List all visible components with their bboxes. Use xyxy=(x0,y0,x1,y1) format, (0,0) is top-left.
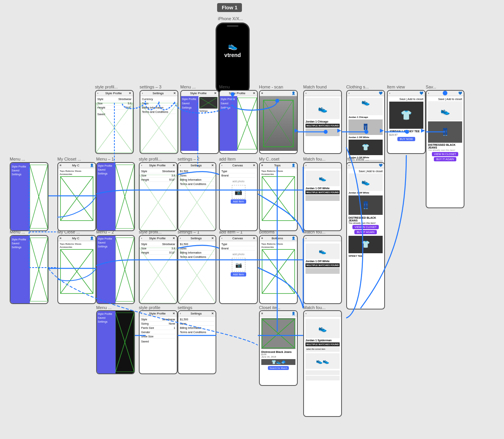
screen-my-closet-ll: ≡My C👤 TopsBottomsShoesAccessories xyxy=(57,235,96,304)
screen-my-closet2: ≡Tops👤 TopsBottomsShoesAccessories xyxy=(259,162,298,231)
buy-now-btn[interactable]: BUY NOW xyxy=(397,137,415,141)
add-item-btn2[interactable]: Add Item xyxy=(231,272,246,277)
screen-menu1: Style Profile Saved Settings xyxy=(96,162,135,231)
screen-settings2: ‹Settings✕ $1,500 Sizes Billing Informat… xyxy=(178,162,216,231)
label-menu-top: Menu ... xyxy=(180,85,196,89)
label-my-closet2: My C..oset xyxy=(259,157,280,161)
screen-closet-item: ≡👤 Distressed Black Jeans $105 June 16, … xyxy=(259,310,298,386)
label-my-closet-ll: My Close ... xyxy=(57,230,80,234)
splash-screen: 👟 vtrend xyxy=(216,22,250,94)
connector-dot-2 xyxy=(276,99,279,102)
label-settings1: settings – 1 xyxy=(178,230,199,234)
label-match-found-top: Match found xyxy=(303,85,327,89)
label-match-you-bot: Match fou... xyxy=(303,305,325,310)
screen-add-item-1: ‹Canvas✕ Type Brand add photo 📷 Add Item xyxy=(219,235,258,304)
screen-header: ‹ xyxy=(304,91,341,96)
label-match-you-ll: Match fou... xyxy=(303,230,325,234)
screen-settings3: ‹Settings✕ Currency Sizes Billing Inform… xyxy=(140,90,178,154)
label-settings2: settings – 2 xyxy=(178,157,199,161)
screen-header: ≡👤 xyxy=(260,91,297,96)
screen-header: ≡Tops👤 xyxy=(260,163,297,168)
screen-style-prof-top: ‹Style Profile✕ StyleStreetwear Size3.8 … xyxy=(95,90,134,154)
search-for-match-btn[interactable]: Search for Match xyxy=(268,366,289,370)
screen-header: ‹Settings✕ xyxy=(140,91,178,96)
screen-match-you-mid: ‹ 👟 Jordan 1 Off White MULTIPLE MATCHES … xyxy=(303,162,342,231)
buy-it-again-btn[interactable]: BUY IT AGAIN xyxy=(434,157,456,161)
screen-bottoms: ≡Bottoms👤 TopsBottomsShoesAccessories xyxy=(259,235,298,304)
screen-match-you-ll: ‹ 👟 Jordan 1 Off White MULTIPLE MATCHES … xyxy=(303,235,342,304)
screen-header: ‹💙 xyxy=(388,91,425,96)
label-style-prof-top: style profil... xyxy=(95,85,118,89)
screen-header: Style Profile✕ xyxy=(181,91,218,96)
screen-match-found-top: ‹ 👟 Jordan 1 Chicago MULTIPLE MATCHES FO… xyxy=(303,90,342,154)
screen-header: ≡👤 xyxy=(260,311,297,316)
label-menu-ll: Menu ... xyxy=(10,230,25,234)
screen-style-prof-bot: ‹Style Profile✕ StyleStreetwear SizingNo… xyxy=(139,310,178,374)
screen-header: ‹Style Profile✕ xyxy=(96,91,133,96)
label-menu-bot: Menu ... xyxy=(96,305,112,310)
screen-header: ‹ xyxy=(304,236,341,241)
label-style-prof-bot: style profile xyxy=(139,305,161,310)
screen-header: ‹Settings✕ xyxy=(178,311,216,316)
label-menu2-top: Menu xyxy=(219,85,230,89)
label-item-view-mid: Item view ... xyxy=(346,157,369,161)
screen-header: ≡Bottoms👤 xyxy=(260,236,297,241)
screen-match-you-bot: ‹ 👟 Jordan 1 Spiderman MULTIPLE MATCHES … xyxy=(303,310,342,417)
screen-add-item: ‹Canvas✕ Type Brand add photo 📷 Add Item xyxy=(219,162,258,231)
label-my-closet-top: My Closet ... xyxy=(57,157,81,161)
screen-header: ‹Settings✕ xyxy=(178,163,216,168)
screen-header: ‹ xyxy=(304,311,341,316)
label-closet-item: Closet ite... xyxy=(259,305,280,310)
screen-menu-top: Style Profile✕ Style Profile Saved Setti… xyxy=(180,90,219,154)
view-in-closet-btn[interactable]: VIEW IN CLOSET xyxy=(432,152,459,156)
flow-title: Flow 1 xyxy=(217,3,242,12)
screen-header: ‹Canvas✕ xyxy=(220,163,257,168)
device-label: iPhone X/X... xyxy=(218,16,243,21)
screen-style-prof-mid: ‹Style Profile✕ StyleStreetwear Size3.8 … xyxy=(139,162,178,231)
screen-sav: ‹💙 Save | Add to closet 👟 👖 DISTRESSED B… xyxy=(426,90,464,208)
screen-menu2-top: Style Profile✕ Style Profile Saved Setti… xyxy=(219,90,258,154)
label-home-scan: Home - scan xyxy=(259,85,283,89)
screen-header: ‹💙 xyxy=(347,163,384,168)
screen-style-prof-ll: ‹Style Profile✕ StyleStreetwear Size3.8 … xyxy=(139,235,178,304)
add-item-btn[interactable]: Add Item xyxy=(231,199,246,204)
label-sav: Sav... xyxy=(426,85,436,89)
connector-dot-1 xyxy=(231,92,234,95)
screen-menu2: Style Profile Saved Settings xyxy=(96,235,135,304)
screen-header: ‹Settings✕ xyxy=(178,236,216,241)
screen-header: ≡My C👤 xyxy=(58,236,95,241)
vtrend-logo: 👟 vtrend xyxy=(217,41,249,58)
connector-dot-3 xyxy=(324,130,327,133)
connector-dot-6 xyxy=(444,91,447,94)
label-match-you-mid: Match fou... xyxy=(303,157,325,161)
screen-header: ‹Style Profile✕ xyxy=(140,236,177,241)
screen-header: ‹Style Profile✕ xyxy=(140,311,177,316)
screen-menu-ll: Style Profile Saved Settings xyxy=(10,235,48,304)
label-menu1: Menu – 1 xyxy=(96,157,114,161)
label-settings3: settings – 3 xyxy=(140,85,161,89)
screen-my-closet-top: ≡My C👤 TopsBottomsShoesAccessories xyxy=(57,162,96,231)
screen-item-view-mid: ‹💙 Save | Add to closet 👟 Jordan 1 Off W… xyxy=(346,162,385,309)
label-style-prof-mid: style profil... xyxy=(139,157,162,161)
screen-settings-bot: ‹Settings✕ $1,500 Sizes Billing Informat… xyxy=(178,310,216,374)
label-add-item: add Item xyxy=(219,157,236,161)
label-settings-bot: settings xyxy=(178,305,192,310)
screen-header: ‹ xyxy=(304,163,341,168)
screen-item-view: ‹💙 Save | Add to closet 👕 JORDAN 1 SPIDE… xyxy=(387,90,426,154)
label-menu2: Menu – 2 xyxy=(96,230,114,234)
label-menu-ml: Menu ... xyxy=(10,157,25,161)
screen-header: ≡My C👤 xyxy=(58,163,95,168)
connector-dot-5 xyxy=(405,130,408,133)
buy-it-again-btn2[interactable]: BUY IT AGAIN xyxy=(354,230,377,234)
screen-header: ‹💙 xyxy=(347,91,384,96)
label-add-item-1: add item – 1 xyxy=(219,230,243,234)
screen-header: ‹Style Profile✕ xyxy=(140,163,177,168)
screen-menu-bot: Style Profile Saved Settings xyxy=(96,310,135,374)
view-in-closet-btn2[interactable]: VIEW IN CLOSET xyxy=(352,225,379,229)
label-clothing-s: Clothing s... xyxy=(346,85,369,89)
screen-menu-ml: Style Profile Saved Settings xyxy=(10,162,48,231)
label-bottoms: Bottoms xyxy=(259,230,274,234)
label-style-prof-ll: style profil... xyxy=(139,230,162,234)
screen-header: Style Profile✕ xyxy=(220,91,257,96)
label-item-view: Item view xyxy=(387,85,405,89)
